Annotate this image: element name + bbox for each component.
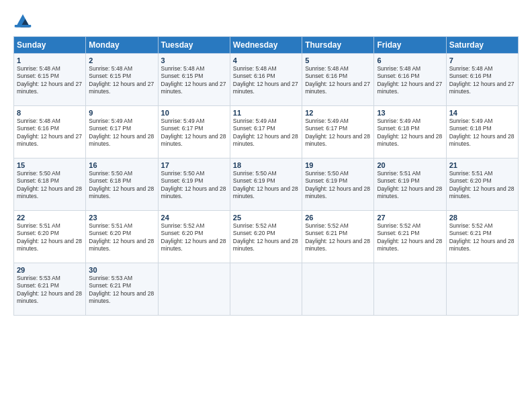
calendar-cell: 2Sunrise: 5:48 AMSunset: 6:15 PMDaylight… [86, 54, 158, 106]
calendar-cell: 14Sunrise: 5:49 AMSunset: 6:18 PMDayligh… [446, 106, 518, 158]
calendar-cell: 8Sunrise: 5:48 AMSunset: 6:16 PMDaylight… [14, 106, 86, 158]
day-info: Sunrise: 5:48 AMSunset: 6:16 PMDaylight:… [17, 118, 83, 148]
day-number: 21 [449, 161, 515, 169]
weekday-header-friday: Friday [374, 37, 446, 54]
day-number: 17 [161, 161, 227, 169]
day-number: 20 [377, 161, 443, 169]
logo-icon [13, 11, 32, 30]
day-number: 5 [305, 56, 371, 64]
calendar-cell: 24Sunrise: 5:52 AMSunset: 6:20 PMDayligh… [158, 211, 230, 263]
day-info: Sunrise: 5:48 AMSunset: 6:15 PMDaylight:… [161, 65, 227, 96]
day-info: Sunrise: 5:50 AMSunset: 6:18 PMDaylight:… [89, 170, 154, 201]
calendar-cell: 21Sunrise: 5:51 AMSunset: 6:20 PMDayligh… [446, 158, 518, 211]
weekday-header-monday: Monday [86, 37, 158, 54]
calendar-cell: 13Sunrise: 5:49 AMSunset: 6:18 PMDayligh… [374, 106, 446, 158]
svg-rect-2 [15, 25, 32, 28]
calendar-cell: 10Sunrise: 5:49 AMSunset: 6:17 PMDayligh… [158, 106, 230, 158]
day-info: Sunrise: 5:51 AMSunset: 6:20 PMDaylight:… [17, 222, 83, 253]
day-info: Sunrise: 5:53 AMSunset: 6:21 PMDaylight:… [89, 275, 154, 306]
calendar-week-4: 22Sunrise: 5:51 AMSunset: 6:20 PMDayligh… [14, 211, 519, 263]
calendar-cell [230, 263, 302, 316]
day-info: Sunrise: 5:48 AMSunset: 6:16 PMDaylight:… [233, 65, 299, 96]
day-info: Sunrise: 5:48 AMSunset: 6:15 PMDaylight:… [89, 65, 154, 96]
day-info: Sunrise: 5:52 AMSunset: 6:20 PMDaylight:… [161, 222, 227, 253]
day-info: Sunrise: 5:49 AMSunset: 6:17 PMDaylight:… [305, 118, 371, 148]
calendar-cell: 28Sunrise: 5:52 AMSunset: 6:21 PMDayligh… [446, 211, 518, 263]
day-info: Sunrise: 5:51 AMSunset: 6:20 PMDaylight:… [449, 170, 515, 201]
day-number: 29 [17, 266, 83, 274]
day-number: 9 [89, 109, 154, 117]
calendar-cell [446, 263, 518, 316]
calendar-cell: 22Sunrise: 5:51 AMSunset: 6:20 PMDayligh… [14, 211, 86, 263]
day-info: Sunrise: 5:50 AMSunset: 6:18 PMDaylight:… [17, 170, 83, 201]
day-number: 22 [17, 214, 83, 222]
calendar-cell: 4Sunrise: 5:48 AMSunset: 6:16 PMDaylight… [230, 54, 302, 106]
calendar-cell [302, 263, 374, 316]
day-info: Sunrise: 5:53 AMSunset: 6:21 PMDaylight:… [17, 275, 83, 306]
calendar-cell: 26Sunrise: 5:52 AMSunset: 6:21 PMDayligh… [302, 211, 374, 263]
weekday-header-thursday: Thursday [302, 37, 374, 54]
day-info: Sunrise: 5:51 AMSunset: 6:20 PMDaylight:… [89, 222, 154, 253]
day-info: Sunrise: 5:50 AMSunset: 6:19 PMDaylight:… [161, 170, 227, 201]
calendar-cell: 1Sunrise: 5:48 AMSunset: 6:15 PMDaylight… [14, 54, 86, 106]
day-number: 14 [449, 109, 515, 117]
calendar-cell: 12Sunrise: 5:49 AMSunset: 6:17 PMDayligh… [302, 106, 374, 158]
calendar-cell: 16Sunrise: 5:50 AMSunset: 6:18 PMDayligh… [86, 158, 158, 211]
calendar-week-1: 1Sunrise: 5:48 AMSunset: 6:15 PMDaylight… [14, 54, 519, 106]
day-number: 8 [17, 109, 83, 117]
calendar-cell: 18Sunrise: 5:50 AMSunset: 6:19 PMDayligh… [230, 158, 302, 211]
day-number: 19 [305, 161, 371, 169]
day-number: 30 [89, 266, 154, 274]
calendar-cell: 23Sunrise: 5:51 AMSunset: 6:20 PMDayligh… [86, 211, 158, 263]
day-info: Sunrise: 5:50 AMSunset: 6:19 PMDaylight:… [305, 170, 371, 201]
calendar-cell: 19Sunrise: 5:50 AMSunset: 6:19 PMDayligh… [302, 158, 374, 211]
day-info: Sunrise: 5:48 AMSunset: 6:15 PMDaylight:… [17, 65, 83, 96]
page: SundayMondayTuesdayWednesdayThursdayFrid… [0, 0, 532, 411]
day-number: 27 [377, 214, 443, 222]
logo [13, 11, 34, 30]
calendar-cell: 9Sunrise: 5:49 AMSunset: 6:17 PMDaylight… [86, 106, 158, 158]
calendar-cell: 11Sunrise: 5:49 AMSunset: 6:17 PMDayligh… [230, 106, 302, 158]
calendar-cell: 27Sunrise: 5:52 AMSunset: 6:21 PMDayligh… [374, 211, 446, 263]
day-info: Sunrise: 5:49 AMSunset: 6:17 PMDaylight:… [89, 118, 154, 148]
day-number: 13 [377, 109, 443, 117]
day-info: Sunrise: 5:52 AMSunset: 6:21 PMDaylight:… [377, 222, 443, 253]
calendar-week-3: 15Sunrise: 5:50 AMSunset: 6:18 PMDayligh… [14, 158, 519, 211]
day-info: Sunrise: 5:52 AMSunset: 6:20 PMDaylight:… [233, 222, 299, 253]
calendar-cell: 25Sunrise: 5:52 AMSunset: 6:20 PMDayligh… [230, 211, 302, 263]
day-number: 28 [449, 214, 515, 222]
calendar-cell: 3Sunrise: 5:48 AMSunset: 6:15 PMDaylight… [158, 54, 230, 106]
day-number: 3 [161, 56, 227, 64]
calendar-cell: 5Sunrise: 5:48 AMSunset: 6:16 PMDaylight… [302, 54, 374, 106]
calendar-cell: 20Sunrise: 5:51 AMSunset: 6:19 PMDayligh… [374, 158, 446, 211]
day-number: 6 [377, 56, 443, 64]
calendar-cell: 6Sunrise: 5:48 AMSunset: 6:16 PMDaylight… [374, 54, 446, 106]
weekday-header-wednesday: Wednesday [230, 37, 302, 54]
calendar-cell: 7Sunrise: 5:48 AMSunset: 6:16 PMDaylight… [446, 54, 518, 106]
calendar-table: SundayMondayTuesdayWednesdayThursdayFrid… [13, 36, 519, 316]
calendar-cell [158, 263, 230, 316]
day-info: Sunrise: 5:49 AMSunset: 6:17 PMDaylight:… [233, 118, 299, 148]
day-info: Sunrise: 5:52 AMSunset: 6:21 PMDaylight:… [449, 222, 515, 253]
day-info: Sunrise: 5:50 AMSunset: 6:19 PMDaylight:… [233, 170, 299, 201]
calendar-body: 1Sunrise: 5:48 AMSunset: 6:15 PMDaylight… [14, 54, 519, 316]
day-info: Sunrise: 5:49 AMSunset: 6:17 PMDaylight:… [161, 118, 227, 148]
day-info: Sunrise: 5:49 AMSunset: 6:18 PMDaylight:… [449, 118, 515, 148]
day-info: Sunrise: 5:48 AMSunset: 6:16 PMDaylight:… [377, 65, 443, 96]
weekday-header-sunday: Sunday [14, 37, 86, 54]
day-number: 25 [233, 214, 299, 222]
day-number: 4 [233, 56, 299, 64]
day-number: 24 [161, 214, 227, 222]
weekday-header-row: SundayMondayTuesdayWednesdayThursdayFrid… [14, 37, 519, 54]
calendar-week-5: 29Sunrise: 5:53 AMSunset: 6:21 PMDayligh… [14, 263, 519, 316]
day-info: Sunrise: 5:48 AMSunset: 6:16 PMDaylight:… [305, 65, 371, 96]
day-number: 10 [161, 109, 227, 117]
day-number: 23 [89, 214, 154, 222]
day-info: Sunrise: 5:48 AMSunset: 6:16 PMDaylight:… [449, 65, 515, 96]
day-number: 18 [233, 161, 299, 169]
calendar-cell: 29Sunrise: 5:53 AMSunset: 6:21 PMDayligh… [14, 263, 86, 316]
calendar-cell: 15Sunrise: 5:50 AMSunset: 6:18 PMDayligh… [14, 158, 86, 211]
day-number: 16 [89, 161, 154, 169]
calendar-cell: 17Sunrise: 5:50 AMSunset: 6:19 PMDayligh… [158, 158, 230, 211]
day-number: 1 [17, 56, 83, 64]
